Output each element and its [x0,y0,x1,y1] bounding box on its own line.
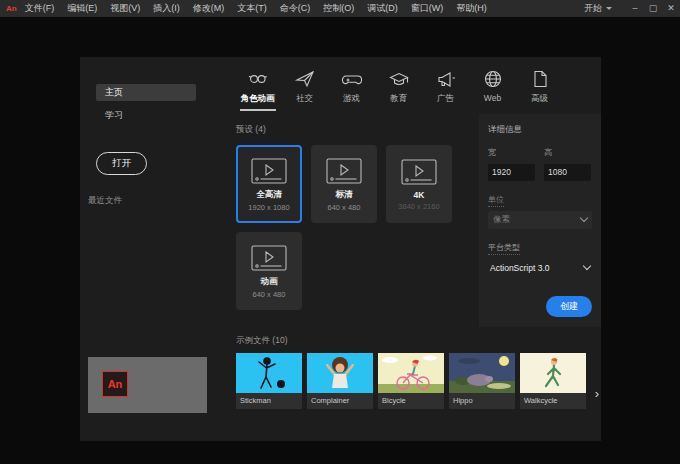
video-player-icon [399,158,439,186]
menu-edit[interactable]: 编辑(E) [67,2,97,15]
gamepad-icon [341,68,363,90]
graduation-cap-icon [388,68,410,90]
height-label: 高 [544,147,591,158]
width-input[interactable] [488,164,535,181]
menu-bar: 文件(F) 编辑(E) 视图(V) 插入(I) 修改(M) 文本(T) 命令(C… [25,2,487,15]
sample-label: Complainer [307,393,373,409]
app-logo-icon: An [6,4,17,13]
tab-web[interactable]: Web [469,57,516,114]
character-face-icon [247,68,269,90]
preset-name: 4K [414,190,425,200]
units-value: 像素 [493,214,510,226]
tab-label: 广告 [422,93,469,105]
menu-insert[interactable]: 插入(I) [153,2,180,15]
home-screen-panel: 主页 学习 打开 最近文件 An 角色动画 [80,57,601,441]
tab-advanced[interactable]: 高级 [516,57,563,114]
tab-label: 角色动画 [234,93,281,105]
height-input[interactable] [544,164,591,181]
megaphone-icon [435,68,457,90]
platform-select[interactable]: ActionScript 3.0 [488,259,592,277]
sample-hippo[interactable]: Hippo [449,353,515,409]
tab-ads[interactable]: 广告 [422,57,469,114]
menu-help[interactable]: 帮助(H) [456,2,487,15]
paper-plane-icon [294,68,316,90]
minimize-button[interactable]: – [626,0,644,17]
presets-heading: 预设 (4) [236,124,471,136]
workspace-switcher[interactable]: 开始 [584,2,612,15]
sidebar-item-learn[interactable]: 学习 [96,107,196,124]
preset-card-4k[interactable]: 4K 3840 x 2160 [386,145,452,223]
open-button[interactable]: 打开 [96,152,147,175]
sample-files-section: 示例文件 (10) Stickman [228,327,601,441]
globe-icon [482,68,504,90]
preset-size: 3840 x 2160 [398,202,439,211]
menu-modify[interactable]: 修改(M) [193,2,225,15]
menu-text[interactable]: 文本(T) [237,2,267,15]
menu-control[interactable]: 控制(O) [323,2,354,15]
workspace-label: 开始 [584,2,602,15]
sidebar-item-home[interactable]: 主页 [96,84,196,101]
preset-size: 640 x 480 [253,290,286,299]
menu-debug[interactable]: 调试(D) [367,2,398,15]
video-player-icon [249,244,289,272]
preset-card-sd[interactable]: 标清 640 x 480 [311,145,377,223]
preset-card-fullhd[interactable]: 全高清 1920 x 1080 [236,145,302,223]
menu-commands[interactable]: 命令(C) [280,2,311,15]
tab-education[interactable]: 教育 [375,57,422,114]
presets-section: 预设 (4) 全高清 1920 x 1080 [228,114,479,327]
tab-games[interactable]: 游戏 [328,57,375,114]
preset-name: 动画 [261,276,278,288]
sample-walkcycle[interactable]: Walkcycle [520,353,586,409]
tab-label: Web [469,93,516,103]
complainer-thumbnail [307,353,373,393]
sample-complainer[interactable]: Complainer [307,353,373,409]
chevron-down-icon [606,7,612,10]
sample-label: Bicycle [378,393,444,409]
recent-files-label: 最近文件 [88,195,228,207]
create-button[interactable]: 创建 [546,296,592,317]
menu-window[interactable]: 窗口(W) [411,2,444,15]
document-icon [529,68,551,90]
active-tab-underline [240,109,276,111]
preset-name: 全高清 [256,189,282,201]
tab-label: 教育 [375,93,422,105]
animate-brand-card: An [88,357,207,413]
sample-label: Hippo [449,393,515,409]
preset-size: 1920 x 1080 [248,203,289,212]
preset-size: 640 x 480 [328,203,361,212]
tab-label: 游戏 [328,93,375,105]
platform-label: 平台类型 [488,242,520,255]
tab-label: 社交 [281,93,328,105]
next-samples-arrow[interactable]: › [595,387,599,400]
stickman-thumbnail [236,353,302,393]
menu-file[interactable]: 文件(F) [25,2,55,15]
animate-logo-icon: An [102,371,128,397]
maximize-button[interactable]: ▢ [644,0,662,17]
details-panel: 详细信息 宽 高 单位 像素 [479,114,601,327]
bicycle-thumbnail [378,353,444,393]
sample-label: Walkcycle [520,393,586,409]
details-heading: 详细信息 [488,124,592,136]
hippo-thumbnail [449,353,515,393]
title-bar: An 文件(F) 编辑(E) 视图(V) 插入(I) 修改(M) 文本(T) 命… [0,0,680,17]
chevron-down-icon [580,214,588,222]
tab-character-animation[interactable]: 角色动画 [234,57,281,114]
chevron-down-icon [583,262,591,270]
close-button[interactable]: ✕ [662,0,680,17]
menu-view[interactable]: 视图(V) [110,2,140,15]
preset-name: 标清 [336,189,353,201]
tab-social[interactable]: 社交 [281,57,328,114]
video-player-icon [324,157,364,185]
sample-bicycle[interactable]: Bicycle [378,353,444,409]
width-label: 宽 [488,147,535,158]
sample-files-heading: 示例文件 (10) [236,335,601,347]
tab-label: 高级 [516,93,563,105]
video-player-icon [249,157,289,185]
preset-card-animation[interactable]: 动画 640 x 480 [236,232,302,310]
sample-label: Stickman [236,393,302,409]
sidebar: 主页 学习 打开 最近文件 An [80,57,228,441]
sample-stickman[interactable]: Stickman [236,353,302,409]
platform-value: ActionScript 3.0 [490,263,550,273]
walkcycle-thumbnail [520,353,586,393]
units-select: 像素 [488,211,592,229]
